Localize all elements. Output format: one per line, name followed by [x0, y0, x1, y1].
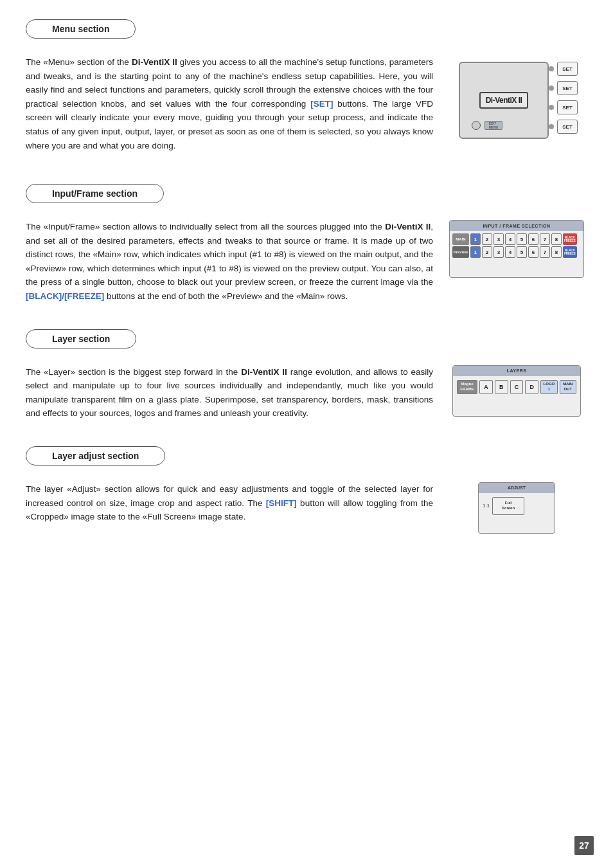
layer-section-image: LAYERS MagneFRAME A B C D LOGO1 MAINOUT [446, 365, 587, 417]
input-frame-section: Input/Frame section The «Input/Frame» se… [26, 184, 587, 303]
menu-section-title-wrap: Menu section [26, 19, 587, 49]
input-frame-section-block: The «Input/Frame» section allows to indi… [26, 220, 587, 303]
layer-d-btn[interactable]: D [525, 380, 538, 394]
main-black-freeze-btn[interactable]: BLACKFREEZE [563, 233, 577, 245]
preview-btn-8[interactable]: 8 [551, 246, 562, 258]
adjust-device: ADJUST 1:1 FullScreen [478, 482, 555, 534]
preview-btn-4[interactable]: 4 [505, 246, 515, 258]
input-frame-section-text: The «Input/Frame» section allows to indi… [26, 220, 433, 303]
layer-c-btn[interactable]: C [510, 380, 524, 394]
device-power-button [472, 121, 481, 130]
menu-device-illustration: Di-VentiX II EDITMENU SET SET SET SET [452, 55, 581, 158]
main-btn-8[interactable]: 8 [551, 233, 562, 245]
main-btn-4[interactable]: 4 [505, 233, 515, 245]
layer-adjust-section-title-wrap: Layer adjust section [26, 446, 587, 476]
preview-btn-6[interactable]: 6 [528, 246, 538, 258]
main-row: MAIN 1 2 3 4 5 6 7 8 BLACKFREEZE [452, 233, 581, 245]
preview-btn-5[interactable]: 5 [517, 246, 527, 258]
input-frame-device: INPUT / FRAME SELECTION MAIN 1 2 3 4 5 6… [449, 220, 584, 278]
device-body: Di-VentiX II EDITMENU [459, 62, 549, 139]
menu-section-image: Di-VentiX II EDITMENU SET SET SET SET [446, 55, 587, 158]
main-btn-5[interactable]: 5 [517, 233, 527, 245]
layer-main-frame-btn[interactable]: MagneFRAME [457, 380, 477, 394]
layer-header-bar: LAYERS [453, 366, 580, 376]
preview-btn-7[interactable]: 7 [540, 246, 550, 258]
input-body-3: buttons at the end of both the «Preview»… [104, 291, 348, 301]
adjust-bracket: [SHIFT] [266, 498, 297, 508]
adjust-header-bar: ADJUST [479, 483, 555, 493]
layer-adjust-section-header: Layer adjust section [26, 446, 165, 466]
input-body-2: , and set all of the desired parameters,… [26, 222, 433, 287]
menu-section-header: Menu section [26, 19, 136, 39]
device-small-screen: EDITMENU [484, 121, 502, 130]
layer-body-1: The «Layer» section is the biggest step … [26, 367, 241, 377]
layer-section-block: The «Layer» section is the biggest step … [26, 365, 587, 420]
layer-main-out-btn[interactable]: MAINOUT [560, 380, 576, 394]
preview-btn-2[interactable]: 2 [482, 246, 492, 258]
layer-a-btn[interactable]: A [479, 380, 493, 394]
input-bracket: [BLACK]/[FREEZE] [26, 291, 104, 301]
main-row-label: MAIN [452, 233, 469, 245]
preview-row: Preview 1 2 3 4 5 6 7 8 BLACKFREEZE [452, 246, 581, 258]
layer-adjust-section-image: ADJUST 1:1 FullScreen [446, 482, 587, 534]
menu-product: Di-VentiX II [132, 57, 177, 67]
layer-logo-btn[interactable]: LOGO1 [540, 380, 557, 394]
input-frame-section-image: INPUT / FRAME SELECTION MAIN 1 2 3 4 5 6… [446, 220, 587, 278]
layer-adjust-section: Layer adjust section The layer «Adjust» … [26, 446, 587, 534]
page-number: 27 [574, 836, 594, 855]
menu-section-text: The «Menu» section of the Di-VentiX II g… [26, 55, 433, 152]
menu-bracket: [SET] [310, 99, 333, 109]
layer-buttons-row: MagneFRAME A B C D LOGO1 MAINOUT [453, 376, 580, 397]
layer-section-text: The «Layer» section is the biggest step … [26, 365, 433, 420]
preview-btn-3[interactable]: 3 [493, 246, 504, 258]
layer-adjust-section-text: The layer «Adjust» section allows for qu… [26, 482, 433, 524]
input-product: Di-VentiX II [385, 222, 431, 231]
preview-black-freeze-btn[interactable]: BLACKFREEZE [563, 246, 577, 258]
input-frame-rows: MAIN 1 2 3 4 5 6 7 8 BLACKFREEZE [450, 231, 583, 260]
preview-row-label: Preview [452, 246, 469, 258]
set-button-1[interactable]: SET [557, 62, 578, 76]
main-btn-3[interactable]: 3 [493, 233, 504, 245]
device-logo: Di-VentiX II [479, 92, 529, 109]
layer-section-header: Layer section [26, 329, 136, 348]
input-frame-section-title-wrap: Input/Frame section [26, 184, 587, 213]
set-buttons-group: SET SET SET SET [557, 62, 578, 134]
main-btn-2[interactable]: 2 [482, 233, 492, 245]
layer-section-title-wrap: Layer section [26, 329, 587, 359]
menu-section: Menu section The «Menu» section of the D… [26, 19, 587, 158]
page-content: Menu section The «Menu» section of the D… [0, 0, 613, 585]
layer-product: Di-VentiX II [241, 367, 287, 377]
adjust-body-area: 1:1 FullScreen [479, 493, 555, 519]
adjust-num-label: 1:1 [483, 503, 490, 509]
layer-device: LAYERS MagneFRAME A B C D LOGO1 MAINOUT [452, 365, 581, 417]
set-button-3[interactable]: SET [557, 100, 578, 114]
input-body-1: The «Input/Frame» section allows to indi… [26, 222, 385, 231]
set-button-4[interactable]: SET [557, 120, 578, 134]
menu-body-1: The «Menu» section of the [26, 57, 132, 67]
layer-adjust-section-block: The layer «Adjust» section allows for qu… [26, 482, 587, 534]
menu-section-block: The «Menu» section of the Di-VentiX II g… [26, 55, 587, 158]
preview-btn-1[interactable]: 1 [470, 246, 481, 258]
main-btn-1[interactable]: 1 [470, 233, 481, 245]
input-frame-section-header: Input/Frame section [26, 184, 164, 203]
layer-b-btn[interactable]: B [495, 380, 508, 394]
main-btn-7[interactable]: 7 [540, 233, 550, 245]
input-frame-header-bar: INPUT / FRAME SELECTION [450, 221, 583, 231]
main-btn-6[interactable]: 6 [528, 233, 538, 245]
layer-section: Layer section The «Layer» section is the… [26, 329, 587, 420]
adjust-fullscreen-btn[interactable]: FullScreen [492, 497, 524, 515]
set-button-2[interactable]: SET [557, 81, 578, 95]
